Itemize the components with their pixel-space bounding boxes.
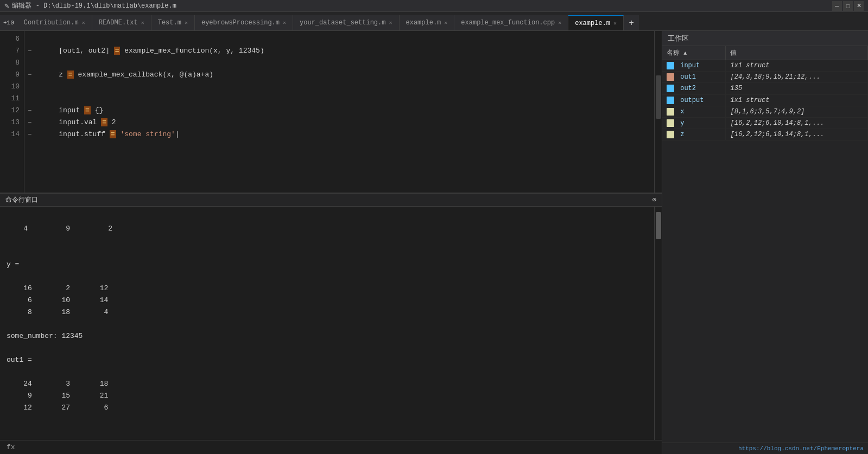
terminal-line: [7, 414, 648, 426]
line-numbers: 6 7 8 9 10 11 12 13 14: [0, 31, 24, 193]
tab-example-active[interactable]: example.m ✕: [568, 15, 624, 30]
var-icon-y: [667, 119, 674, 127]
terminal-line: [7, 318, 648, 330]
terminal-wrapper: 4 9 2 y = 16 2 12 6 10 14 8 18 4 some_nu…: [0, 207, 662, 440]
window-title: 编辑器 - D:\dlib-19.1\dlib\matlab\example.m: [12, 1, 176, 10]
code-editor: 6 7 8 9 10 11 12 13 14 – – – – –: [0, 31, 662, 194]
code-line-9: z = example_mex_callback(x, @(a)a+a): [42, 69, 654, 81]
editor-area: 6 7 8 9 10 11 12 13 14 – – – – –: [0, 31, 662, 454]
close-icon[interactable]: ✕: [613, 20, 617, 27]
terminal-line: 16 2 12: [7, 283, 648, 295]
command-window-label: 命令行窗口 ⊙: [0, 194, 662, 207]
code-line-7: [out1, out2] = example_mex_function(x, y…: [42, 45, 654, 57]
workspace-footer-url[interactable]: https://blog.csdn.net/Ephemeroptera: [662, 443, 868, 454]
command-window-title: 命令行窗口: [5, 195, 38, 204]
var-row-input[interactable]: input 1x1 struct: [662, 60, 868, 72]
window-controls: ─ □ ✕: [832, 1, 864, 11]
code-content[interactable]: [out1, out2] = example_mex_function(x, y…: [35, 31, 654, 193]
workspace-header: 工作区: [662, 31, 868, 46]
code-line-10: [42, 81, 654, 93]
code-line-11: [42, 93, 654, 105]
terminal-line: 6 10 14: [7, 295, 648, 306]
var-icon-out1: [667, 73, 674, 81]
var-row-out1[interactable]: out1 [24,3,18;9,15,21;12,...: [662, 72, 868, 83]
expand-icon[interactable]: ⊙: [652, 196, 656, 204]
terminal-line: 8 18 4: [7, 306, 648, 318]
editor-scrollbar[interactable]: [654, 31, 662, 193]
terminal-line: [7, 366, 648, 378]
terminal-line: [7, 342, 648, 354]
tab-dataset[interactable]: your_dataset_setting.m ✕: [293, 15, 399, 30]
close-icon[interactable]: ✕: [444, 20, 447, 26]
tab-eyebrows[interactable]: eyebrowsProcessing.m ✕: [195, 15, 293, 30]
add-tab-button[interactable]: +: [624, 15, 639, 30]
title-bar: ✎ 编辑器 - D:\dlib-19.1\dlib\matlab\example…: [0, 0, 868, 12]
workspace-panel: 工作区 名称 ▲ 值 input 1x1 struct: [662, 31, 868, 454]
fx-label: fx: [7, 443, 15, 451]
tab-counter[interactable]: +10: [0, 15, 17, 30]
close-icon[interactable]: ✕: [141, 20, 144, 26]
col-name-header[interactable]: 名称 ▲: [662, 46, 726, 60]
var-icon-input: [667, 62, 674, 69]
editor-icon: ✎: [4, 1, 9, 10]
close-button[interactable]: ✕: [854, 1, 864, 11]
workspace-table: 名称 ▲ 值 input 1x1 struct: [662, 46, 868, 140]
close-icon[interactable]: ✕: [558, 20, 561, 26]
tab-contribution[interactable]: Contribution.m ✕: [17, 15, 92, 30]
var-row-z[interactable]: z [16,2,12;6,10,14;8,1,...: [662, 129, 868, 140]
close-icon[interactable]: ✕: [82, 20, 85, 26]
minimize-button[interactable]: ─: [832, 1, 842, 11]
col-value-header[interactable]: 值: [726, 46, 868, 60]
code-line-14: input.stuff = 'some string'|: [42, 129, 654, 140]
terminal-line: some_number: 12345: [7, 330, 648, 342]
sort-icon: ▲: [683, 50, 687, 56]
tab-test[interactable]: Test.m ✕: [151, 15, 195, 30]
code-line-6: [42, 33, 654, 45]
var-icon-x: [667, 108, 674, 116]
fx-prompt: fx: [0, 440, 662, 454]
terminal-scrollbar[interactable]: [654, 207, 662, 440]
var-icon-z: [667, 131, 674, 138]
terminal-line: 12 27 6: [7, 402, 648, 414]
var-icon-out2: [667, 85, 674, 92]
close-icon[interactable]: ✕: [185, 20, 188, 26]
restore-button[interactable]: □: [843, 1, 853, 11]
terminal-line: y =: [7, 259, 648, 271]
tab-bar: +10 Contribution.m ✕ README.txt ✕ Test.m…: [0, 12, 868, 31]
code-line-13: input.val = 2: [42, 117, 654, 129]
terminal-line: [7, 247, 648, 259]
main-layout: 6 7 8 9 10 11 12 13 14 – – – – –: [0, 31, 868, 454]
terminal-line: 24 3 18: [7, 378, 648, 390]
editor-scroll-thumb[interactable]: [656, 75, 661, 119]
var-row-x[interactable]: x [8,1,6;3,5,7;4,9,2]: [662, 106, 868, 117]
code-line-12: input = {}: [42, 105, 654, 117]
var-row-output[interactable]: output 1x1 struct: [662, 94, 868, 106]
terminal-line: out1 =: [7, 354, 648, 366]
var-row-y[interactable]: y [16,2,12;6,10,14;8,1,...: [662, 117, 868, 129]
tab-example1[interactable]: example.m ✕: [400, 15, 455, 30]
terminal-scroll-thumb[interactable]: [656, 212, 661, 239]
tab-mex-cpp[interactable]: example_mex_function.cpp ✕: [454, 15, 568, 30]
close-icon[interactable]: ✕: [283, 20, 286, 26]
terminal-line: 9 15 21: [7, 390, 648, 402]
var-row-out2[interactable]: out2 135: [662, 83, 868, 94]
terminal-line: [7, 211, 648, 223]
terminal[interactable]: 4 9 2 y = 16 2 12 6 10 14 8 18 4 some_nu…: [0, 207, 654, 440]
terminal-line: [7, 271, 648, 283]
line-indicators: – – – – –: [24, 31, 35, 193]
var-icon-output: [667, 97, 674, 104]
close-icon[interactable]: ✕: [389, 20, 392, 26]
workspace-title: 工作区: [668, 34, 689, 43]
terminal-line: 4 9 2: [7, 223, 648, 235]
code-line-8: [42, 57, 654, 69]
terminal-line: [7, 235, 648, 247]
tab-readme[interactable]: README.txt ✕: [92, 15, 151, 30]
